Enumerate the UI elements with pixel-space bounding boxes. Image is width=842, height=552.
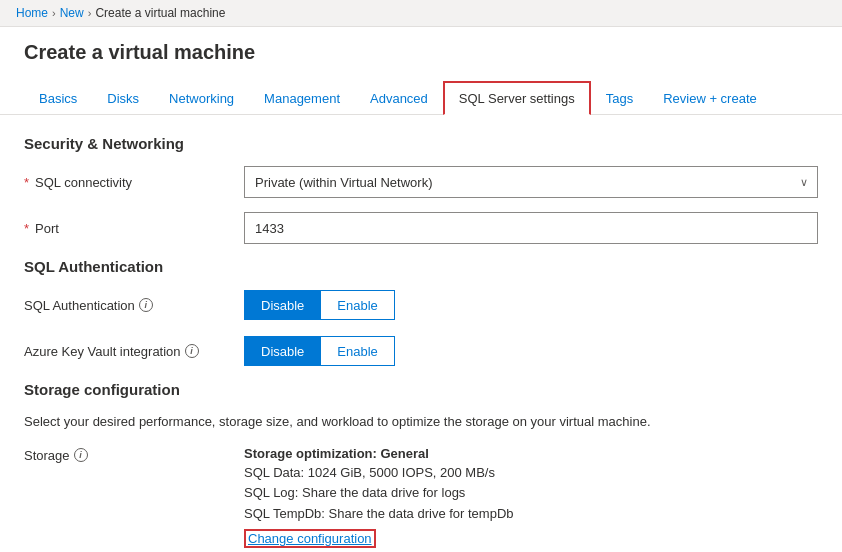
storage-detail-1: SQL Log: Share the data drive for logs xyxy=(244,483,818,504)
port-row: * Port xyxy=(24,212,818,244)
tab-management[interactable]: Management xyxy=(249,82,355,115)
storage-label: Storage i xyxy=(24,446,244,463)
page-title: Create a virtual machine xyxy=(24,41,818,64)
azure-key-vault-toggle-group: Disable Enable xyxy=(244,336,818,366)
breadcrumb-new[interactable]: New xyxy=(60,6,84,20)
azure-key-vault-control: Disable Enable xyxy=(244,336,818,366)
breadcrumb-home[interactable]: Home xyxy=(16,6,48,20)
tab-review-create[interactable]: Review + create xyxy=(648,82,772,115)
required-star-port: * xyxy=(24,221,29,236)
tab-networking[interactable]: Networking xyxy=(154,82,249,115)
azure-key-vault-info-icon[interactable]: i xyxy=(185,344,199,358)
sql-connectivity-control: Private (within Virtual Network) Public … xyxy=(244,166,818,198)
sql-auth-control: Disable Enable xyxy=(244,290,818,320)
azure-key-vault-enable-btn[interactable]: Enable xyxy=(321,336,394,366)
storage-configuration-section: Storage configuration Select your desire… xyxy=(24,381,818,548)
tabs-container: Basics Disks Networking Management Advan… xyxy=(0,80,842,115)
sql-connectivity-label: * SQL connectivity xyxy=(24,175,244,190)
storage-description: Select your desired performance, storage… xyxy=(24,412,818,432)
azure-key-vault-label: Azure Key Vault integration i xyxy=(24,344,244,359)
port-control xyxy=(244,212,818,244)
storage-info-icon[interactable]: i xyxy=(74,448,88,462)
tab-basics[interactable]: Basics xyxy=(24,82,92,115)
storage-detail-2: SQL TempDb: Share the data drive for tem… xyxy=(244,504,818,525)
breadcrumb-chevron-1: › xyxy=(52,7,56,19)
storage-info: Storage optimization: General SQL Data: … xyxy=(244,446,818,548)
port-input[interactable] xyxy=(244,212,818,244)
azure-key-vault-disable-btn[interactable]: Disable xyxy=(244,336,321,366)
tab-advanced[interactable]: Advanced xyxy=(355,82,443,115)
sql-connectivity-select-wrapper: Private (within Virtual Network) Public … xyxy=(244,166,818,198)
change-configuration-link[interactable]: Change configuration xyxy=(244,529,376,548)
content-area: Security & Networking * SQL connectivity… xyxy=(0,115,842,552)
sql-auth-row: SQL Authentication i Disable Enable xyxy=(24,289,818,321)
storage-optimization-title: Storage optimization: General xyxy=(244,446,818,461)
sql-authentication-title: SQL Authentication xyxy=(24,258,818,275)
storage-row: Storage i Storage optimization: General … xyxy=(24,446,818,548)
sql-connectivity-select[interactable]: Private (within Virtual Network) Public … xyxy=(244,166,818,198)
security-networking-section: Security & Networking * SQL connectivity… xyxy=(24,135,818,244)
port-label: * Port xyxy=(24,221,244,236)
storage-detail-0: SQL Data: 1024 GiB, 5000 IOPS, 200 MB/s xyxy=(244,463,818,484)
sql-auth-enable-btn[interactable]: Enable xyxy=(321,290,394,320)
sql-auth-disable-btn[interactable]: Disable xyxy=(244,290,321,320)
security-networking-title: Security & Networking xyxy=(24,135,818,152)
storage-configuration-title: Storage configuration xyxy=(24,381,818,398)
breadcrumb: Home › New › Create a virtual machine xyxy=(0,0,842,27)
required-star-connectivity: * xyxy=(24,175,29,190)
breadcrumb-chevron-2: › xyxy=(88,7,92,19)
tab-sql-server-settings[interactable]: SQL Server settings xyxy=(443,81,591,115)
azure-key-vault-row: Azure Key Vault integration i Disable En… xyxy=(24,335,818,367)
sql-auth-label: SQL Authentication i xyxy=(24,298,244,313)
tab-tags[interactable]: Tags xyxy=(591,82,648,115)
sql-authentication-section: SQL Authentication SQL Authentication i … xyxy=(24,258,818,367)
sql-connectivity-row: * SQL connectivity Private (within Virtu… xyxy=(24,166,818,198)
breadcrumb-current: Create a virtual machine xyxy=(95,6,225,20)
sql-auth-info-icon[interactable]: i xyxy=(139,298,153,312)
tab-disks[interactable]: Disks xyxy=(92,82,154,115)
sql-auth-toggle-group: Disable Enable xyxy=(244,290,818,320)
